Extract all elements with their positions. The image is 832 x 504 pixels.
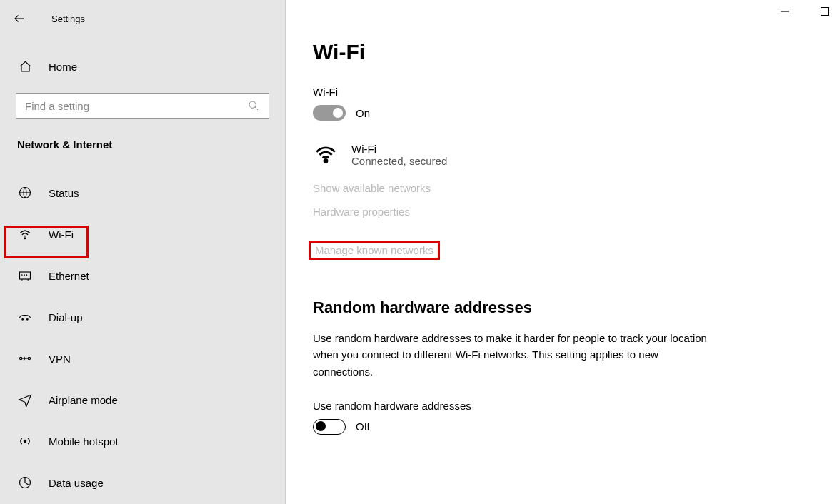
- wifi-section-label: Wi-Fi: [313, 86, 796, 98]
- sidebar-item-datausage[interactable]: Data usage: [0, 462, 285, 503]
- datausage-icon: [17, 475, 33, 490]
- airplane-icon: [17, 392, 33, 408]
- link-manage-known-networks[interactable]: Manage known networks: [309, 241, 440, 260]
- svg-point-7: [28, 357, 30, 359]
- svg-point-8: [24, 440, 26, 442]
- hotspot-icon: [17, 433, 33, 449]
- minimize-button[interactable]: [778, 4, 792, 19]
- search-icon: [246, 98, 261, 114]
- search-box[interactable]: [16, 93, 269, 119]
- sidebar-item-label: VPN: [49, 353, 71, 365]
- sidebar-item-label: Wi-Fi: [49, 228, 74, 241]
- maximize-icon: [821, 7, 829, 16]
- random-addresses-heading: Random hardware addresses: [313, 298, 796, 317]
- svg-rect-3: [20, 272, 31, 279]
- sidebar: Settings Home Network & Internet: [0, 0, 286, 504]
- svg-point-4: [22, 319, 24, 321]
- svg-point-6: [20, 357, 22, 359]
- window-title: Settings: [51, 14, 85, 24]
- svg-point-5: [27, 319, 29, 321]
- content-area: Wi-Fi Wi-Fi On Wi-Fi Connected, secured …: [286, 0, 832, 504]
- vpn-icon: [17, 351, 33, 366]
- wifi-connection-status[interactable]: Wi-Fi Connected, secured: [313, 142, 796, 168]
- sidebar-item-wifi[interactable]: Wi-Fi: [0, 213, 285, 255]
- maximize-button[interactable]: [818, 4, 832, 19]
- sidebar-item-label: Dial-up: [49, 311, 83, 323]
- svg-point-10: [324, 160, 327, 163]
- page-heading: Wi-Fi: [313, 40, 796, 64]
- sidebar-item-label: Data usage: [49, 477, 104, 489]
- sidebar-item-ethernet[interactable]: Ethernet: [0, 255, 285, 296]
- random-toggle-state: Off: [356, 420, 370, 433]
- svg-point-0: [249, 101, 256, 108]
- link-hardware-properties[interactable]: Hardware properties: [313, 206, 796, 218]
- sidebar-item-label: Ethernet: [49, 270, 89, 282]
- wifi-toggle[interactable]: [313, 105, 346, 121]
- home-icon: [17, 59, 33, 74]
- back-button[interactable]: [13, 10, 34, 27]
- random-addresses-description: Use random hardware addresses to make it…: [313, 330, 713, 380]
- sidebar-item-status[interactable]: Status: [0, 172, 285, 213]
- random-addresses-toggle[interactable]: [313, 419, 346, 435]
- sidebar-item-airplane[interactable]: Airplane mode: [0, 379, 285, 420]
- ethernet-icon: [17, 268, 33, 283]
- connection-status: Connected, secured: [351, 155, 447, 167]
- sidebar-item-label: Airplane mode: [49, 394, 118, 406]
- globe-icon: [17, 185, 33, 201]
- wifi-toggle-state: On: [356, 107, 370, 119]
- titlebar: Settings: [0, 9, 285, 29]
- link-show-available-networks[interactable]: Show available networks: [313, 182, 796, 194]
- sidebar-item-label: Status: [49, 187, 79, 199]
- wifi-signal-icon: [313, 142, 339, 168]
- dialup-icon: [17, 309, 33, 325]
- connection-name: Wi-Fi: [351, 143, 447, 155]
- sidebar-item-dialup[interactable]: Dial-up: [0, 296, 285, 338]
- random-toggle-label: Use random hardware addresses: [313, 400, 796, 412]
- sidebar-item-label: Mobile hotspot: [49, 435, 119, 448]
- sidebar-item-vpn[interactable]: VPN: [0, 338, 285, 379]
- sidebar-home[interactable]: Home: [0, 53, 285, 80]
- window-controls: [778, 4, 832, 19]
- wifi-icon: [17, 226, 33, 242]
- sidebar-home-label: Home: [49, 61, 77, 73]
- search-input[interactable]: [24, 99, 246, 113]
- sidebar-item-hotspot[interactable]: Mobile hotspot: [0, 420, 285, 462]
- sidebar-section-header: Network & Internet: [0, 138, 285, 151]
- svg-point-2: [24, 238, 26, 239]
- arrow-left-icon: [13, 12, 26, 25]
